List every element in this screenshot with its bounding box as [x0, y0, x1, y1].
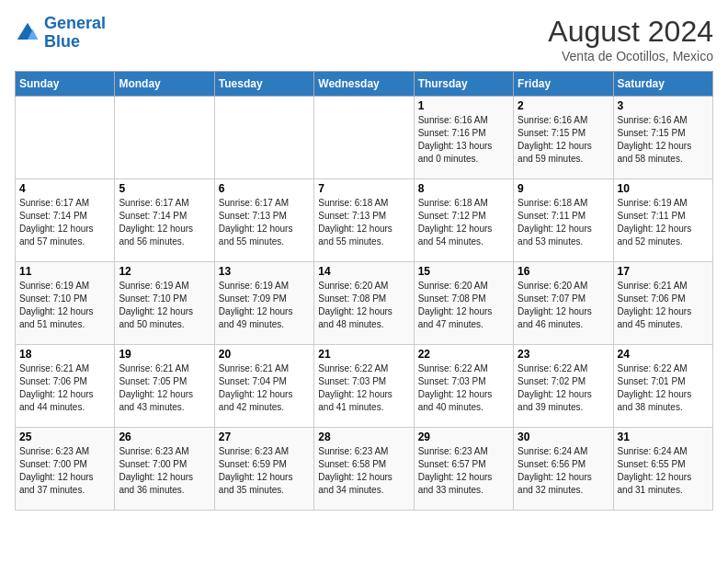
day-info: Sunrise: 6:19 AM Sunset: 7:10 PM Dayligh… — [19, 280, 110, 331]
day-number: 29 — [418, 431, 509, 443]
day-info: Sunrise: 6:16 AM Sunset: 7:15 PM Dayligh… — [518, 114, 609, 166]
weekday-header: Friday — [514, 72, 613, 97]
calendar-header-row: SundayMondayTuesdayWednesdayThursdayFrid… — [16, 72, 713, 97]
calendar-day-cell: 17Sunrise: 6:21 AM Sunset: 7:06 PM Dayli… — [613, 262, 712, 345]
day-info: Sunrise: 6:17 AM Sunset: 7:13 PM Dayligh… — [219, 197, 310, 248]
calendar-week-row: 18Sunrise: 6:21 AM Sunset: 7:06 PM Dayli… — [16, 345, 713, 428]
calendar-week-row: 4Sunrise: 6:17 AM Sunset: 7:14 PM Daylig… — [16, 179, 713, 262]
calendar-day-cell: 15Sunrise: 6:20 AM Sunset: 7:08 PM Dayli… — [414, 262, 513, 345]
day-info: Sunrise: 6:18 AM Sunset: 7:12 PM Dayligh… — [418, 197, 509, 248]
day-info: Sunrise: 6:17 AM Sunset: 7:14 PM Dayligh… — [19, 197, 110, 248]
calendar-day-cell: 10Sunrise: 6:19 AM Sunset: 7:11 PM Dayli… — [613, 179, 712, 262]
weekday-header: Tuesday — [214, 72, 313, 97]
day-number: 6 — [219, 182, 310, 195]
day-info: Sunrise: 6:18 AM Sunset: 7:11 PM Dayligh… — [518, 197, 609, 248]
logo-icon — [15, 20, 40, 46]
day-number: 28 — [318, 431, 409, 443]
calendar-table: SundayMondayTuesdayWednesdayThursdayFrid… — [15, 71, 713, 511]
day-number: 1 — [418, 99, 509, 112]
day-number: 24 — [618, 348, 709, 361]
day-info: Sunrise: 6:20 AM Sunset: 7:08 PM Dayligh… — [418, 280, 509, 331]
day-info: Sunrise: 6:23 AM Sunset: 7:00 PM Dayligh… — [119, 445, 210, 497]
day-number: 18 — [19, 348, 110, 361]
page-header: General Blue August 2024 Venta de Ocotil… — [15, 15, 713, 63]
day-number: 8 — [418, 182, 509, 195]
day-info: Sunrise: 6:22 AM Sunset: 7:03 PM Dayligh… — [418, 362, 509, 414]
day-info: Sunrise: 6:17 AM Sunset: 7:14 PM Dayligh… — [119, 197, 210, 248]
calendar-title: August 2024 — [548, 15, 713, 49]
calendar-day-cell: 21Sunrise: 6:22 AM Sunset: 7:03 PM Dayli… — [314, 345, 414, 428]
day-number: 4 — [19, 182, 110, 195]
calendar-week-row: 1Sunrise: 6:16 AM Sunset: 7:16 PM Daylig… — [16, 97, 713, 179]
calendar-day-cell: 20Sunrise: 6:21 AM Sunset: 7:04 PM Dayli… — [214, 345, 313, 428]
day-number: 26 — [119, 431, 210, 443]
calendar-day-cell: 13Sunrise: 6:19 AM Sunset: 7:09 PM Dayli… — [214, 262, 313, 345]
day-number: 20 — [219, 348, 310, 361]
title-block: August 2024 Venta de Ocotillos, Mexico — [548, 15, 713, 63]
day-number: 27 — [219, 431, 310, 443]
day-number: 31 — [618, 431, 709, 443]
day-info: Sunrise: 6:16 AM Sunset: 7:15 PM Dayligh… — [618, 114, 709, 166]
day-number: 25 — [19, 431, 110, 443]
day-number: 14 — [318, 265, 409, 278]
day-info: Sunrise: 6:23 AM Sunset: 6:58 PM Dayligh… — [318, 445, 409, 497]
day-number: 11 — [19, 265, 110, 278]
day-info: Sunrise: 6:23 AM Sunset: 7:00 PM Dayligh… — [19, 445, 110, 497]
day-info: Sunrise: 6:19 AM Sunset: 7:09 PM Dayligh… — [219, 280, 310, 331]
day-number: 5 — [119, 182, 210, 195]
day-number: 15 — [418, 265, 509, 278]
logo-line2: Blue — [44, 32, 80, 51]
day-number: 19 — [119, 348, 210, 361]
logo-line1: General — [44, 14, 106, 32]
calendar-day-cell: 14Sunrise: 6:20 AM Sunset: 7:08 PM Dayli… — [314, 262, 414, 345]
calendar-day-cell: 11Sunrise: 6:19 AM Sunset: 7:10 PM Dayli… — [16, 262, 115, 345]
day-info: Sunrise: 6:21 AM Sunset: 7:06 PM Dayligh… — [19, 362, 110, 414]
day-number: 12 — [119, 265, 210, 278]
calendar-day-cell: 18Sunrise: 6:21 AM Sunset: 7:06 PM Dayli… — [16, 345, 115, 428]
calendar-day-cell: 3Sunrise: 6:16 AM Sunset: 7:15 PM Daylig… — [613, 97, 712, 179]
day-info: Sunrise: 6:24 AM Sunset: 6:55 PM Dayligh… — [618, 445, 709, 497]
weekday-header: Sunday — [16, 72, 115, 97]
day-info: Sunrise: 6:24 AM Sunset: 6:56 PM Dayligh… — [518, 445, 609, 497]
logo: General Blue — [15, 15, 106, 52]
day-info: Sunrise: 6:16 AM Sunset: 7:16 PM Dayligh… — [418, 114, 509, 166]
calendar-day-cell — [314, 97, 414, 179]
calendar-day-cell: 31Sunrise: 6:24 AM Sunset: 6:55 PM Dayli… — [613, 428, 712, 511]
day-info: Sunrise: 6:20 AM Sunset: 7:07 PM Dayligh… — [518, 280, 609, 331]
day-info: Sunrise: 6:22 AM Sunset: 7:01 PM Dayligh… — [618, 362, 709, 414]
calendar-week-row: 25Sunrise: 6:23 AM Sunset: 7:00 PM Dayli… — [16, 428, 713, 511]
day-info: Sunrise: 6:20 AM Sunset: 7:08 PM Dayligh… — [318, 280, 409, 331]
weekday-header: Thursday — [414, 72, 513, 97]
calendar-week-row: 11Sunrise: 6:19 AM Sunset: 7:10 PM Dayli… — [16, 262, 713, 345]
calendar-day-cell: 25Sunrise: 6:23 AM Sunset: 7:00 PM Dayli… — [16, 428, 115, 511]
calendar-day-cell: 24Sunrise: 6:22 AM Sunset: 7:01 PM Dayli… — [613, 345, 712, 428]
calendar-day-cell: 26Sunrise: 6:23 AM Sunset: 7:00 PM Dayli… — [115, 428, 214, 511]
calendar-day-cell: 1Sunrise: 6:16 AM Sunset: 7:16 PM Daylig… — [414, 97, 513, 179]
calendar-day-cell: 8Sunrise: 6:18 AM Sunset: 7:12 PM Daylig… — [414, 179, 513, 262]
day-info: Sunrise: 6:18 AM Sunset: 7:13 PM Dayligh… — [318, 197, 409, 248]
day-info: Sunrise: 6:19 AM Sunset: 7:11 PM Dayligh… — [618, 197, 709, 248]
day-info: Sunrise: 6:21 AM Sunset: 7:05 PM Dayligh… — [119, 362, 210, 414]
calendar-day-cell: 16Sunrise: 6:20 AM Sunset: 7:07 PM Dayli… — [514, 262, 613, 345]
day-number: 16 — [518, 265, 609, 278]
calendar-day-cell — [214, 97, 313, 179]
calendar-day-cell: 9Sunrise: 6:18 AM Sunset: 7:11 PM Daylig… — [514, 179, 613, 262]
calendar-day-cell: 5Sunrise: 6:17 AM Sunset: 7:14 PM Daylig… — [115, 179, 214, 262]
calendar-day-cell: 12Sunrise: 6:19 AM Sunset: 7:10 PM Dayli… — [115, 262, 214, 345]
logo-text: General Blue — [44, 15, 106, 52]
day-info: Sunrise: 6:23 AM Sunset: 6:59 PM Dayligh… — [219, 445, 310, 497]
day-number: 7 — [318, 182, 409, 195]
day-number: 22 — [418, 348, 509, 361]
calendar-day-cell: 7Sunrise: 6:18 AM Sunset: 7:13 PM Daylig… — [314, 179, 414, 262]
day-info: Sunrise: 6:22 AM Sunset: 7:02 PM Dayligh… — [518, 362, 609, 414]
day-info: Sunrise: 6:22 AM Sunset: 7:03 PM Dayligh… — [318, 362, 409, 414]
day-number: 30 — [518, 431, 609, 443]
day-number: 9 — [518, 182, 609, 195]
weekday-header: Saturday — [613, 72, 712, 97]
calendar-day-cell: 19Sunrise: 6:21 AM Sunset: 7:05 PM Dayli… — [115, 345, 214, 428]
calendar-day-cell: 23Sunrise: 6:22 AM Sunset: 7:02 PM Dayli… — [514, 345, 613, 428]
calendar-day-cell: 29Sunrise: 6:23 AM Sunset: 6:57 PM Dayli… — [414, 428, 513, 511]
day-info: Sunrise: 6:21 AM Sunset: 7:06 PM Dayligh… — [618, 280, 709, 331]
day-info: Sunrise: 6:19 AM Sunset: 7:10 PM Dayligh… — [119, 280, 210, 331]
day-number: 21 — [318, 348, 409, 361]
